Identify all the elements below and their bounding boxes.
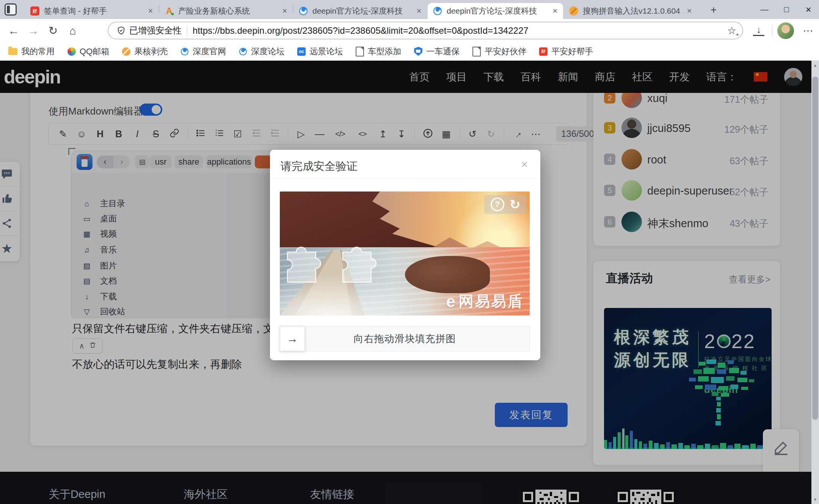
tab-title: deepin官方论坛-深度科技 xyxy=(447,6,549,16)
back-icon[interactable]: ← xyxy=(4,19,24,42)
new-tab-button[interactable]: + xyxy=(707,3,720,16)
tab-title: 搜狗拼音输入法v12.1.0.604 xyxy=(583,6,683,16)
pingan-icon: 好 xyxy=(539,47,548,56)
downloads-icon[interactable]: ↓ xyxy=(753,24,764,36)
deepin-swirl-favicon xyxy=(433,6,442,16)
folder-icon xyxy=(8,48,17,55)
bookmark-pcbeta[interactable]: oc远景论坛 xyxy=(297,46,343,57)
slider-track: 向右拖动滑块填充拼图 xyxy=(280,326,530,351)
slider-handle[interactable]: → xyxy=(280,326,305,351)
toolbar-divider xyxy=(772,25,772,36)
tab-3[interactable]: deepin官方论坛-深度科技 × xyxy=(293,3,427,19)
tab-close-icon[interactable]: × xyxy=(414,6,424,16)
refresh-icon[interactable]: ↻ xyxy=(510,198,521,211)
security-shield-icon[interactable] xyxy=(117,26,126,35)
tab-close-icon[interactable]: × xyxy=(550,6,560,16)
window-close-button[interactable]: × xyxy=(798,0,819,19)
help-icon[interactable]: ? xyxy=(491,198,504,211)
window-maximize-button[interactable]: □ xyxy=(776,0,797,19)
address-bar[interactable]: 已增强安全性 https://bbs.deepin.org/post/23860… xyxy=(108,22,743,39)
captcha-modal-title: 请完成安全验证 xyxy=(281,159,358,174)
tab-bar: 好 签单查询 - 好帮手 × A 产险业务新核心系统 × deepin官方论坛-… xyxy=(0,0,819,19)
scroll-up-icon[interactable]: ▲ xyxy=(811,63,819,68)
car-shield-icon xyxy=(414,47,422,56)
haobangshou-favicon: 好 xyxy=(30,6,39,16)
deepin-swirl-icon xyxy=(239,47,247,56)
reload-icon[interactable]: ↻ xyxy=(43,19,63,42)
favorite-star-icon[interactable]: ☆ xyxy=(727,25,736,37)
forward-icon[interactable]: → xyxy=(24,19,43,42)
page-icon xyxy=(472,47,481,57)
tab-close-icon[interactable]: × xyxy=(280,6,290,16)
screen: deepin 首页 项目 下载 百科 新闻 商店 社区 开发 语言： 使用Mar… xyxy=(0,0,819,504)
slider-hint: 向右拖动滑块填充拼图 xyxy=(354,332,456,345)
bookmark-qqmail[interactable]: QQ邮箱 xyxy=(67,46,109,57)
deepin-swirl-favicon xyxy=(299,6,308,16)
scrollbar-thumb[interactable] xyxy=(812,77,818,420)
puzzle-piece-slot-1 xyxy=(282,237,325,285)
home-icon[interactable]: ⌂ xyxy=(63,19,83,42)
tab-2[interactable]: A 产险业务新核心系统 × xyxy=(159,3,293,19)
puzzle-piece-slot-2 xyxy=(337,237,380,285)
modal-divider xyxy=(270,179,540,179)
captcha-toolbar: ? ↻ xyxy=(484,195,527,214)
page-scrollbar[interactable]: ▲ ▼ xyxy=(811,61,819,504)
tab-4-active[interactable]: deepin官方论坛-深度科技 × xyxy=(428,3,563,19)
tab-close-icon[interactable]: × xyxy=(146,6,155,16)
pcbeta-icon: oc xyxy=(297,47,306,56)
tab-1[interactable]: 好 签单查询 - 好帮手 × xyxy=(25,3,158,19)
insurance-favicon: A xyxy=(165,6,174,16)
bookmark-yichetongbao[interactable]: 一车通保 xyxy=(414,46,460,57)
tab-title: 产险业务新核心系统 xyxy=(178,6,278,16)
url-text[interactable]: https://bbs.deepin.org/post/238605?id=23… xyxy=(193,25,727,36)
captcha-modal: 请完成安全验证 × ? ↻ e 网易易盾 xyxy=(270,150,540,360)
window-minimize-button[interactable]: — xyxy=(754,0,775,19)
close-icon[interactable]: × xyxy=(518,157,531,171)
scroll-down-icon[interactable]: ▼ xyxy=(811,497,819,502)
browser-profile-avatar[interactable] xyxy=(777,22,794,39)
page-icon xyxy=(356,47,364,57)
deepin-swirl-icon xyxy=(180,47,189,56)
qqmail-icon xyxy=(67,47,76,56)
captcha-image: ? ↻ e 网易易盾 xyxy=(280,192,530,316)
bookmark-folder[interactable]: 我的常用 xyxy=(8,46,55,57)
bookmark-deepin-forum[interactable]: 深度论坛 xyxy=(239,46,284,57)
security-label[interactable]: 已增强安全性 xyxy=(129,25,182,36)
tab-workspaces-icon[interactable] xyxy=(5,3,17,16)
bookmark-deepin-site[interactable]: 深度官网 xyxy=(180,46,226,57)
browser-chrome: 好 签单查询 - 好帮手 × A 产险业务新核心系统 × deepin官方论坛-… xyxy=(0,0,819,61)
bookmark-pahhb[interactable]: 平安好伙伴 xyxy=(472,46,526,57)
address-divider xyxy=(187,26,187,36)
yidun-watermark: e 网易易盾 xyxy=(446,291,524,312)
sogou-favicon xyxy=(569,6,578,16)
guohe-icon xyxy=(122,47,130,56)
bookmarks-bar: 我的常用 QQ邮箱 果核剥壳 深度官网 深度论坛 oc远景论坛 车型添加 一车通… xyxy=(0,42,819,61)
tab-title: 签单查询 - 好帮手 xyxy=(44,6,144,16)
address-toolbar: ← → ↻ ⌂ 已增强安全性 https://bbs.deepin.org/po… xyxy=(0,19,819,42)
bookmark-pahbs[interactable]: 好平安好帮手 xyxy=(539,46,593,57)
tab-5[interactable]: 搜狗拼音输入法v12.1.0.604 × xyxy=(564,3,697,19)
browser-menu-icon[interactable]: ⋯ xyxy=(799,19,817,42)
bookmark-chexing[interactable]: 车型添加 xyxy=(356,46,401,57)
tab-close-icon[interactable]: × xyxy=(684,6,694,16)
tab-title: deepin官方论坛-深度科技 xyxy=(312,6,413,16)
bookmark-guohe[interactable]: 果核剥壳 xyxy=(122,46,168,57)
